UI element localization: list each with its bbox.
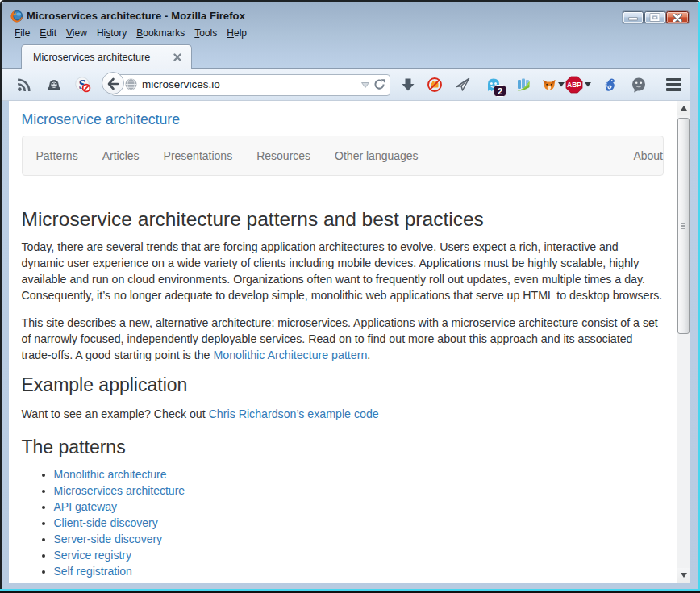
site-title: Microservice architecture: [22, 111, 665, 128]
nav-link-resources[interactable]: Resources: [244, 136, 323, 175]
window-title: Microservices architecture - Mozilla Fir…: [27, 10, 245, 22]
scroll-down-icon: [681, 573, 687, 578]
titlebar[interactable]: Microservices architecture - Mozilla Fir…: [0, 0, 700, 26]
nav-link-other-languages[interactable]: Other languages: [323, 136, 431, 175]
list-item: API gateway: [54, 499, 665, 515]
description-paragraph: This site describes a new, alternative a…: [22, 315, 665, 363]
back-arrow-icon: [106, 77, 119, 90]
site-title-link[interactable]: Microservice architecture: [22, 111, 181, 127]
scrollbar-up-button[interactable]: [677, 101, 690, 115]
monolithic-architecture-pattern-link[interactable]: Monolithic Architecture pattern: [213, 349, 367, 361]
minimize-icon: [623, 12, 643, 23]
menubar: File Edit View History Bookmarks Tools H…: [10, 26, 252, 42]
maximize-button[interactable]: [644, 11, 665, 23]
tab-close-icon[interactable]: [173, 52, 182, 62]
scroll-up-icon: [681, 106, 687, 111]
menu-edit[interactable]: Edit: [35, 26, 61, 42]
scrapbook-plus-icon[interactable]: [46, 77, 62, 93]
menu-tools[interactable]: Tools: [190, 26, 222, 42]
url-dropdown-icon[interactable]: [360, 81, 370, 89]
pattern-link-api-gateway[interactable]: API gateway: [54, 500, 118, 513]
scrollbar-down-button[interactable]: [677, 568, 690, 583]
foxyproxy-icon[interactable]: [541, 77, 557, 93]
page-clipper-icon[interactable]: [515, 77, 531, 93]
list-item: Self registration: [54, 563, 665, 579]
page-heading: Microservice architecture patterns and b…: [22, 208, 665, 231]
noscript-icon[interactable]: S: [75, 77, 91, 93]
navbar-menu: Patterns Articles Presentations Resource…: [23, 136, 664, 175]
menu-view[interactable]: View: [61, 26, 92, 42]
close-button[interactable]: [666, 11, 689, 23]
nav-item-other-languages: Other languages: [323, 136, 431, 175]
url-text[interactable]: microservices.io: [142, 78, 220, 90]
menu-history[interactable]: History: [92, 26, 131, 42]
feedback-smiley-icon[interactable]: [631, 77, 647, 93]
intro-paragraph: Today, there are several trends that are…: [22, 239, 665, 303]
nav-link-patterns[interactable]: Patterns: [24, 136, 90, 175]
nav-link-about[interactable]: About: [633, 136, 663, 175]
reload-icon[interactable]: [373, 78, 385, 90]
menu-bookmarks[interactable]: Bookmarks: [131, 26, 190, 42]
list-item: Server-side discovery: [54, 531, 665, 547]
tab-microservices-architecture[interactable]: Microservices architecture: [21, 44, 192, 69]
nav-item-articles: Articles: [90, 136, 152, 175]
plugin-blocked-icon[interactable]: [427, 77, 443, 93]
scrollbar-thumb[interactable]: [677, 118, 690, 334]
web-page-viewport: Microservice architecture Patterns Artic…: [9, 101, 690, 583]
site-identity-globe-icon[interactable]: [125, 78, 137, 90]
downloads-icon[interactable]: [400, 77, 416, 93]
rss-feed-icon[interactable]: [16, 77, 32, 93]
pattern-link-self-registration[interactable]: Self registration: [54, 565, 132, 578]
nav-link-presentations[interactable]: Presentations: [152, 136, 245, 175]
example-application-heading: Example application: [22, 375, 665, 395]
nav-item-presentations: Presentations: [152, 136, 245, 175]
adblock-plus-icon[interactable]: ABP: [565, 76, 583, 94]
patterns-list: Monolithic architecture Microservices ar…: [22, 466, 665, 579]
menu-panel-icon[interactable]: [666, 78, 681, 91]
list-item: Monolithic architecture: [54, 466, 665, 482]
adblock-dropdown-icon[interactable]: [585, 82, 591, 87]
maximize-icon: [645, 12, 665, 23]
nav-item-resources: Resources: [244, 136, 323, 175]
pattern-link-service-registry[interactable]: Service registry: [54, 549, 131, 562]
example-paragraph: Want to see an example? Check out Chris …: [22, 406, 665, 422]
page-scrollbar[interactable]: [677, 101, 690, 583]
list-item: Client-side discovery: [54, 515, 665, 531]
menu-file[interactable]: File: [10, 26, 35, 42]
tab-title: Microservices architecture: [33, 52, 150, 63]
the-patterns-heading: The patterns: [22, 437, 665, 457]
list-item: Service registry: [54, 547, 665, 563]
window-edge-glow-bottom: [0, 589, 700, 591]
seahorse-addon-icon[interactable]: [602, 77, 618, 93]
close-icon: [673, 14, 682, 22]
firefox-logo-icon: [10, 10, 23, 23]
send-page-icon[interactable]: [455, 77, 471, 93]
article-content: Microservice architecture patterns and b…: [22, 208, 665, 579]
minimize-button[interactable]: [623, 11, 644, 23]
pattern-link-microservices-architecture[interactable]: Microservices architecture: [54, 484, 185, 497]
list-item: Microservices architecture: [54, 482, 665, 499]
nav-item-patterns: Patterns: [24, 136, 90, 175]
example-code-link[interactable]: Chris Richardson’s example code: [209, 407, 379, 420]
ghostery-badge: 2: [494, 85, 506, 97]
foxyproxy-dropdown-icon[interactable]: [558, 82, 565, 87]
pattern-link-client-side-discovery[interactable]: Client-side discovery: [54, 516, 158, 529]
nav-link-articles[interactable]: Articles: [90, 136, 152, 175]
site-navbar: Patterns Articles Presentations Resource…: [22, 136, 665, 176]
toolbar-separator: [656, 75, 656, 94]
pattern-link-monolithic-architecture[interactable]: Monolithic architecture: [54, 468, 167, 481]
pattern-link-server-side-discovery[interactable]: Server-side discovery: [54, 532, 163, 545]
menu-help[interactable]: Help: [222, 26, 252, 42]
scrollbar-grip: [681, 223, 685, 224]
